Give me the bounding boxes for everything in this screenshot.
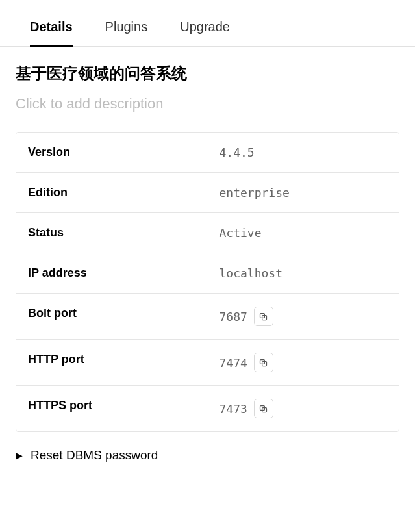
copy-button[interactable] — [254, 399, 273, 418]
table-row: Version 4.4.5 — [16, 133, 399, 173]
copy-icon — [258, 312, 268, 322]
tab-upgrade[interactable]: Upgrade — [180, 19, 230, 46]
copy-icon — [258, 404, 268, 414]
copy-button[interactable] — [254, 307, 273, 326]
copy-button[interactable] — [254, 353, 273, 372]
reset-dbms-password-label: Reset DBMS password — [31, 448, 158, 462]
copy-icon — [258, 358, 268, 368]
info-label-edition: Edition — [16, 173, 208, 212]
info-label-ipaddress: IP address — [16, 253, 208, 293]
info-value-ipaddress: localhost — [208, 253, 399, 293]
table-row: Bolt port 7687 — [16, 294, 399, 340]
table-row: HTTPS port 7473 — [16, 386, 399, 431]
table-row: Status Active — [16, 213, 399, 253]
info-label-httpport: HTTP port — [16, 340, 208, 385]
info-label-status: Status — [16, 213, 208, 253]
table-row: Edition enterprise — [16, 173, 399, 213]
info-value-version: 4.4.5 — [208, 133, 399, 172]
info-value-status: Active — [208, 213, 399, 253]
page-title: 基于医疗领域的问答系统 — [16, 63, 399, 84]
info-label-httpsport: HTTPS port — [16, 386, 208, 431]
info-label-boltport: Bolt port — [16, 294, 208, 339]
reset-dbms-password-toggle[interactable]: ▶ Reset DBMS password — [0, 432, 415, 479]
info-value-httpport: 7474 — [208, 340, 399, 385]
tab-details[interactable]: Details — [30, 19, 73, 47]
description-placeholder[interactable]: Click to add description — [16, 95, 399, 112]
info-value-httpsport: 7473 — [208, 386, 399, 431]
info-value-boltport: 7687 — [208, 294, 399, 339]
tab-plugins[interactable]: Plugins — [105, 19, 148, 46]
table-row: HTTP port 7474 — [16, 340, 399, 386]
caret-right-icon: ▶ — [16, 450, 23, 461]
tab-bar: Details Plugins Upgrade — [0, 0, 415, 47]
info-label-version: Version — [16, 133, 208, 172]
table-row: IP address localhost — [16, 253, 399, 294]
info-table: Version 4.4.5 Edition enterprise Status … — [16, 132, 399, 432]
info-value-edition: enterprise — [208, 173, 399, 212]
